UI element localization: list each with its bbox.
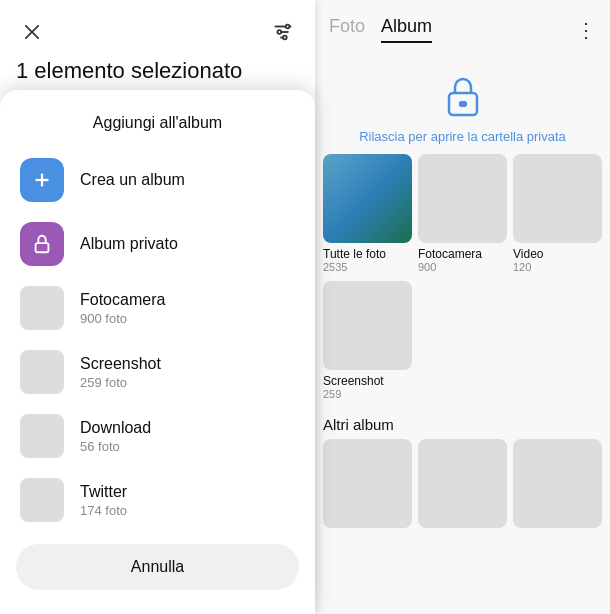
- fotocamera-item[interactable]: Fotocamera 900 foto: [0, 276, 315, 340]
- fotocamera-text: Fotocamera 900 foto: [80, 291, 165, 326]
- more-icon[interactable]: ⋮: [576, 18, 596, 42]
- twitter-count: 174 foto: [80, 503, 127, 518]
- fotocamera-label: Fotocamera: [80, 291, 165, 309]
- screenshot-item[interactable]: Screenshot 259 foto: [0, 340, 315, 404]
- screenshot-thumb: [20, 350, 64, 394]
- sheet-title: Aggiungi all'album: [0, 106, 315, 148]
- album-privato-item[interactable]: Album privato: [0, 212, 315, 276]
- download-thumb: [20, 414, 64, 458]
- album-privato-icon: [20, 222, 64, 266]
- filter-icon: [272, 21, 294, 43]
- svg-point-5: [286, 25, 290, 29]
- screenshot-album-card[interactable]: Screenshot 259: [323, 281, 412, 400]
- left-header-top: [16, 16, 299, 48]
- lock-icon-container: [439, 71, 487, 123]
- add-to-album-sheet: Aggiungi all'album Crea un album: [0, 90, 315, 614]
- right-tabs: Foto Album: [329, 16, 432, 43]
- svg-rect-10: [36, 243, 49, 252]
- download-count: 56 foto: [80, 439, 151, 454]
- annulla-button[interactable]: Annulla: [16, 544, 299, 590]
- album-privato-label: Album privato: [80, 235, 178, 253]
- close-button[interactable]: [16, 16, 48, 48]
- left-panel: 1 elemento selezionato Oggi Seleziona tu…: [0, 0, 315, 614]
- tutte-le-foto-card[interactable]: Tutte le foto 2535: [323, 154, 412, 273]
- download-label: Download: [80, 419, 151, 437]
- video-album-count: 120: [513, 261, 602, 273]
- tab-foto[interactable]: Foto: [329, 16, 365, 43]
- fotocamera-card[interactable]: Fotocamera 900: [418, 154, 507, 273]
- altri-album-thumb-2[interactable]: [418, 439, 507, 528]
- download-item[interactable]: Download 56 foto: [0, 404, 315, 468]
- albums-section: Tutte le foto 2535 Fotocamera 900 Video …: [315, 154, 610, 408]
- twitter-text: Twitter 174 foto: [80, 483, 127, 518]
- screenshot-album-thumb: [323, 281, 412, 370]
- fotocamera-album-thumb: [418, 154, 507, 243]
- crea-album-label: Crea un album: [80, 171, 185, 189]
- svg-point-6: [278, 30, 282, 34]
- download-text: Download 56 foto: [80, 419, 151, 454]
- fotocamera-count: 900 foto: [80, 311, 165, 326]
- twitter-thumb: [20, 478, 64, 522]
- altri-album-thumb-3[interactable]: [513, 439, 602, 528]
- video-album-name: Video: [513, 247, 602, 261]
- lock-icon: [439, 71, 487, 119]
- fotocamera-thumb: [20, 286, 64, 330]
- private-folder-label: Rilascia per aprire la cartella privata: [359, 129, 566, 144]
- right-header: Foto Album ⋮: [315, 0, 610, 53]
- fotocamera-album-count: 900: [418, 261, 507, 273]
- selected-count-title: 1 elemento selezionato: [16, 58, 299, 92]
- twitter-label: Twitter: [80, 483, 127, 501]
- screenshot-label: Screenshot: [80, 355, 161, 373]
- screenshot-album-name: Screenshot: [323, 374, 412, 388]
- tutte-le-foto-name: Tutte le foto: [323, 247, 412, 261]
- tab-album[interactable]: Album: [381, 16, 432, 43]
- video-card[interactable]: Video 120: [513, 154, 602, 273]
- svg-point-7: [283, 36, 287, 40]
- close-icon: [22, 22, 42, 42]
- albums-top-row: Tutte le foto 2535 Fotocamera 900 Video …: [323, 154, 602, 273]
- twitter-item[interactable]: Twitter 174 foto: [0, 468, 315, 532]
- screenshot-count: 259 foto: [80, 375, 161, 390]
- screenshot-album-count: 259: [323, 388, 412, 400]
- crea-album-icon: [20, 158, 64, 202]
- altri-album-label: Altri album: [315, 408, 610, 439]
- private-folder-area[interactable]: Rilascia per aprire la cartella privata: [315, 53, 610, 154]
- video-album-thumb: [513, 154, 602, 243]
- right-panel: Foto Album ⋮ Rilascia per aprire la cart…: [315, 0, 610, 614]
- crea-album-text: Crea un album: [80, 171, 185, 189]
- crea-album-item[interactable]: Crea un album: [0, 148, 315, 212]
- altri-album-row: [315, 439, 610, 528]
- altri-album-thumb-1[interactable]: [323, 439, 412, 528]
- tutte-le-foto-thumb: [323, 154, 412, 243]
- svg-rect-12: [459, 101, 467, 107]
- fotocamera-album-name: Fotocamera: [418, 247, 507, 261]
- screenshot-row: Screenshot 259: [323, 281, 602, 400]
- album-privato-text: Album privato: [80, 235, 178, 253]
- screenshot-text: Screenshot 259 foto: [80, 355, 161, 390]
- filter-button[interactable]: [267, 16, 299, 48]
- tutte-le-foto-count: 2535: [323, 261, 412, 273]
